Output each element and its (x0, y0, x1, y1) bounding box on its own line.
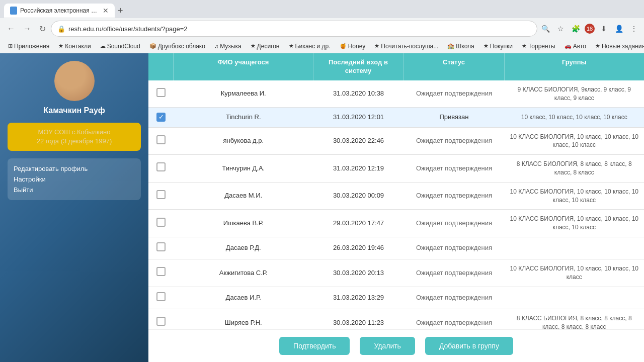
row-status-2: Ожидает подтверждения (404, 131, 505, 150)
row-groups-7: 10 КЛАСС БИОЛОГИЯ, 10 класс, 10 класс, 1… (505, 259, 645, 287)
row-groups-4: 10 КЛАСС БИОЛОГИЯ, 10 класс, 10 класс, 1… (505, 183, 645, 210)
bookmark-soundcloud[interactable]: ☁SoundCloud (96, 42, 144, 51)
checkbox-9[interactable] (156, 317, 166, 326)
bookmark-school[interactable]: 🏫Школа (443, 42, 478, 51)
row-checkbox-2[interactable] (148, 130, 174, 152)
row-checkbox-1[interactable]: ✓ (148, 108, 174, 127)
reload-button[interactable]: ↻ (36, 22, 49, 36)
row-name-8: Дасаев И.Р. (174, 288, 313, 307)
avatar (54, 61, 95, 101)
row-login-6: 26.03.2020 19:46 (313, 238, 404, 257)
search-icon[interactable]: 🔍 (539, 23, 551, 35)
row-checkbox-4[interactable] (148, 185, 174, 207)
bookmark-apps[interactable]: ⊞Приложения (4, 42, 53, 51)
edit-profile-link[interactable]: Редактировать профиль (14, 163, 135, 174)
row-login-8: 31.03.2020 13:29 (313, 288, 404, 307)
profile-icon[interactable]: 👤 (613, 23, 625, 35)
row-status-5: Ожидает подтверждения (404, 214, 505, 233)
table-row: Дасаев М.И. 30.03.2020 00:09 Ожидает под… (148, 183, 644, 210)
menu-icon[interactable]: ⋮ (628, 23, 640, 35)
extensions-icon[interactable]: 🧩 (570, 23, 582, 35)
main-content: ФИО учащегося Последний вход в систему С… (148, 53, 644, 362)
bookmark-read[interactable]: ★Почитать-послуша... (370, 42, 442, 51)
browser-chrome: Российская электронная школа ✕ + ← → ↻ 🔒… (0, 0, 644, 53)
checkbox-2[interactable] (156, 135, 166, 144)
row-login-1: 31.03.2020 12:01 (313, 108, 404, 127)
table-row: Ишкаева В.Р. 29.03.2020 17:47 Ожидает по… (148, 210, 644, 237)
row-checkbox-8[interactable] (148, 287, 174, 309)
bookmark-dropbox[interactable]: 📦Друпбокс облако (145, 42, 209, 51)
row-checkbox-6[interactable] (148, 237, 174, 259)
bookmark-kontakli[interactable]: ★Контакли (54, 42, 95, 51)
row-login-7: 30.03.2020 20:13 (313, 263, 404, 283)
row-checkbox-3[interactable] (148, 157, 174, 179)
row-groups-8 (505, 293, 645, 303)
back-button[interactable]: ← (4, 22, 18, 35)
row-status-0: Ожидает подтверждения (404, 84, 505, 103)
bookmark-behance[interactable]: ★Биханс и др. (285, 42, 335, 51)
table-row: ✓ Tinchurin R. 31.03.2020 12:01 Привязан… (148, 108, 644, 127)
table-row: Дасаев И.Р. 31.03.2020 13:29 Ожидает под… (148, 287, 644, 309)
col-name: ФИО учащегося (174, 53, 313, 80)
checkbox-3[interactable] (156, 162, 166, 171)
table-row: Акжигитова С.Р. 30.03.2020 20:13 Ожидает… (148, 259, 644, 287)
table-row: Дасаев Р.Д. 26.03.2020 19:46 Ожидает под… (148, 237, 644, 259)
checkbox-7[interactable] (156, 267, 166, 276)
user-name: Камачкин Рауф (43, 106, 105, 115)
checkbox-8[interactable] (156, 292, 166, 301)
row-groups-2: 10 КЛАСС БИОЛОГИЯ, 10 класс, 10 класс, 1… (505, 128, 645, 155)
checkbox-4[interactable] (156, 190, 166, 199)
notification-icon[interactable]: 18 (585, 24, 595, 34)
row-name-6: Дасаев Р.Д. (174, 238, 313, 257)
forward-button[interactable]: → (20, 22, 34, 35)
tab-close-button[interactable]: ✕ (103, 7, 109, 15)
tab-favicon (10, 7, 17, 15)
col-checkbox (148, 53, 174, 80)
row-login-2: 30.03.2020 22:46 (313, 131, 404, 150)
row-login-0: 31.03.2020 10:38 (313, 84, 404, 103)
bottom-action-bar: Подтвердить Удалить Добавить в группу (148, 329, 644, 362)
row-name-3: Тинчурин Д.А. (174, 159, 313, 178)
checkbox-6[interactable] (156, 242, 166, 251)
table-row: янбукова д.р. 30.03.2020 22:46 Ожидает п… (148, 128, 644, 155)
user-age: 22 года (3 декабря 1997) (37, 137, 112, 145)
bookmark-music[interactable]: ♫Музыка (210, 42, 246, 51)
school-name: МОУ СОШ с.Кобылкино (38, 128, 111, 136)
row-checkbox-0[interactable] (148, 83, 174, 105)
active-tab[interactable]: Российская электронная школа ✕ (4, 4, 115, 18)
nav-icons: 🔍 ☆ 🧩 18 ⬇ 👤 ⋮ (539, 23, 640, 35)
tab-bar: Российская электронная школа ✕ + (0, 0, 644, 18)
logout-link[interactable]: Выйти (14, 185, 135, 195)
delete-button[interactable]: Удалить (360, 337, 415, 355)
settings-link[interactable]: Настройки (14, 174, 135, 185)
tab-title: Российская электронная школа (20, 7, 98, 14)
address-bar[interactable]: 🔒 resh.edu.ru/office/user/students/?page… (51, 21, 537, 37)
row-groups-6 (505, 243, 645, 253)
row-checkbox-7[interactable] (148, 262, 174, 284)
bookmark-newtasks[interactable]: ★Новые задания (591, 42, 644, 51)
students-table: ФИО учащегося Последний вход в систему С… (148, 53, 644, 362)
checkbox-0[interactable] (156, 88, 166, 97)
col-last-login: Последний вход в систему (313, 53, 404, 80)
row-checkbox-5[interactable] (148, 213, 174, 234)
row-groups-0: 9 КЛАСС БИОЛОГИЯ, 9класс, 9 класс, 9 кла… (505, 80, 645, 108)
row-name-0: Курмалеева И. (174, 84, 313, 103)
new-tab-button[interactable]: + (115, 6, 126, 16)
row-login-4: 30.03.2020 00:09 (313, 186, 404, 205)
sidebar: Камачкин Рауф МОУ СОШ с.Кобылкино 22 год… (0, 53, 148, 362)
table-row: Курмалеева И. 31.03.2020 10:38 Ожидает п… (148, 80, 644, 108)
bookmark-torrents[interactable]: ★Торренты (518, 42, 559, 51)
row-status-1: Привязан (404, 108, 505, 127)
bookmark-auto[interactable]: 🚗Авто (560, 42, 590, 51)
checkbox-5[interactable] (156, 218, 166, 227)
checkbox-1[interactable]: ✓ (156, 113, 166, 122)
row-status-8: Ожидает подтверждения (404, 288, 505, 307)
download-icon[interactable]: ⬇ (598, 23, 610, 35)
add-to-group-button[interactable]: Добавить в группу (425, 337, 513, 355)
bookmark-shopping[interactable]: ★Покупки (479, 42, 517, 51)
bookmark-star-icon[interactable]: ☆ (554, 23, 567, 35)
bookmark-design[interactable]: ★Десигон (247, 42, 284, 51)
confirm-button[interactable]: Подтвердить (279, 337, 350, 355)
school-info: МОУ СОШ с.Кобылкино 22 года (3 декабря 1… (8, 123, 141, 151)
bookmark-honey[interactable]: 🍯Honey (336, 42, 370, 51)
